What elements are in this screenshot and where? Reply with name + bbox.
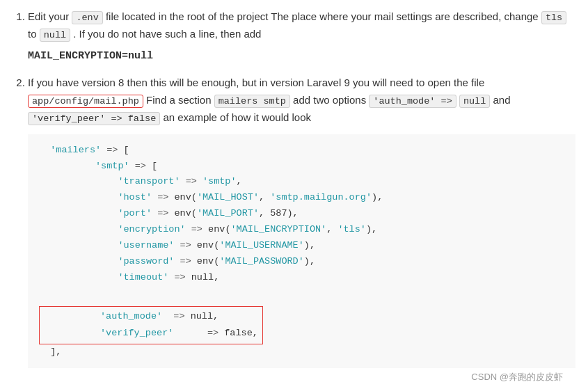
step2-text1: If you have version 8 then this will be … [28, 77, 484, 88]
main-content: Edit your .env file located in the root … [13, 8, 575, 368]
step2-text4: and [493, 94, 510, 106]
code-line1: 'mailers' => [ [39, 145, 129, 155]
mailers-smtp-code: mailers smtp [214, 95, 290, 108]
null2-code: null [459, 95, 490, 108]
null-code: null [40, 29, 70, 42]
page-wrapper: Edit your .env file located in the root … [13, 8, 575, 382]
code-line9: 'timeout' => null, [39, 272, 219, 282]
red-line2: 'verify_peer' => false, [44, 328, 258, 338]
code-line6: 'encryption' => env('MAIL_ENCRYPTION', '… [39, 224, 377, 234]
code-block: 'mailers' => [ 'smtp' => [ 'transport' =… [28, 134, 575, 369]
tls-code: tls [541, 11, 566, 24]
step1-text-after-null: . If you do not have such a line, then a… [73, 28, 261, 40]
code-line5: 'port' => env('MAIL_PORT', 587), [39, 208, 299, 218]
env-code: .env [72, 11, 102, 24]
code-line2: 'smtp' => [ [39, 161, 157, 171]
step2-text3: add two options [293, 94, 366, 106]
code-line8: 'password' => env('MAIL_PASSWORD'), [39, 256, 315, 266]
code-line4: 'host' => env('MAIL_HOST', 'smtp.mailgun… [39, 192, 383, 202]
step2-text2: Find a section [146, 94, 211, 106]
code-line7: 'username' => env('MAIL_USERNAME'), [39, 240, 315, 250]
instructions-list: Edit your .env file located in the root … [13, 8, 575, 368]
code-line-end: ], [39, 347, 61, 357]
mail-encryption-bold: MAIL_ENCRYPTION=null [28, 48, 575, 65]
step2-text5: an example of how it would look [163, 111, 311, 123]
step1-text-before-env: Edit your [28, 10, 69, 22]
auth-mode-code: 'auth_mode' => [369, 95, 456, 108]
step1-text-after-env: file located in the root of the project … [106, 10, 539, 22]
verify-peer-code: 'verify_peer' => false [28, 112, 160, 125]
code-line3: 'transport' => 'smtp', [39, 176, 242, 186]
file-code: app/config/mail.php [28, 95, 143, 108]
red-line1: 'auth_mode' => null, [44, 311, 218, 321]
step-1: Edit your .env file located in the root … [28, 8, 575, 65]
red-box-code: 'auth_mode' => null, 'verify_peer' => fa… [39, 306, 263, 344]
watermark: CSDN @奔跑的皮皮虾 [471, 371, 563, 382]
step-2: If you have version 8 then this will be … [28, 74, 575, 368]
step1-text-mid: to [28, 28, 37, 40]
